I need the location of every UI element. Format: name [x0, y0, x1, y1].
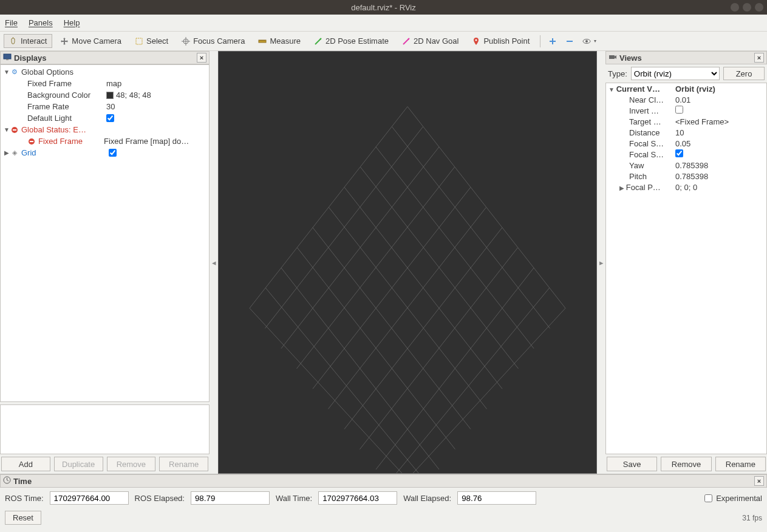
- views-save-button[interactable]: Save: [607, 457, 657, 471]
- plus-icon: [548, 37, 557, 46]
- fps-display: 31 fps: [742, 514, 762, 522]
- svg-line-46: [376, 268, 534, 469]
- svg-rect-48: [609, 55, 615, 59]
- 3d-viewport[interactable]: [218, 51, 597, 474]
- zero-button[interactable]: Zero: [723, 67, 765, 80]
- displays-title: Displays: [14, 53, 46, 63]
- menu-help[interactable]: Help: [64, 18, 80, 27]
- svg-line-41: [296, 167, 454, 369]
- window-title: default.rviz* - RViz: [351, 3, 415, 12]
- rename-button[interactable]: Rename: [159, 457, 208, 471]
- grid-visible-checkbox[interactable]: [109, 149, 117, 157]
- tool-publish-point[interactable]: Publish Point: [466, 34, 535, 48]
- wall-elapsed-field[interactable]: [457, 491, 536, 505]
- clock-icon: [3, 476, 11, 486]
- tool-measure[interactable]: Measure: [253, 34, 306, 48]
- grid-render: [219, 52, 596, 473]
- svg-rect-21: [6, 59, 9, 60]
- experimental-checkbox[interactable]: [704, 494, 712, 502]
- svg-line-31: [376, 147, 534, 349]
- time-panel: Time × ROS Time: ROS Elapsed: Wall Time:…: [0, 474, 767, 530]
- displays-close-button[interactable]: ×: [197, 53, 206, 63]
- splitter-left[interactable]: ◂: [210, 51, 218, 474]
- displays-tree[interactable]: ▼⚙Global Options Fixed Framemap Backgrou…: [0, 64, 210, 402]
- close-icon[interactable]: [755, 3, 763, 12]
- ros-time-field[interactable]: [50, 491, 129, 505]
- tool-move-camera[interactable]: Move Camera: [55, 34, 127, 48]
- arrow-pink-icon: [402, 37, 411, 46]
- maximize-icon[interactable]: [743, 3, 751, 12]
- views-rename-button[interactable]: Rename: [715, 457, 766, 471]
- svg-line-32: [361, 167, 519, 369]
- ros-elapsed-field[interactable]: [191, 491, 270, 505]
- svg-line-35: [313, 228, 471, 429]
- views-close-button[interactable]: ×: [754, 53, 764, 63]
- menu-panels[interactable]: Panels: [29, 18, 53, 27]
- tool-view-menu[interactable]: ▾: [579, 35, 599, 48]
- tool-2d-nav-goal[interactable]: 2D Nav Goal: [397, 34, 464, 48]
- tool-remove-display[interactable]: [562, 35, 577, 48]
- svg-rect-25: [30, 141, 33, 142]
- ros-time-label: ROS Time:: [5, 494, 44, 503]
- svg-line-27: [407, 107, 565, 309]
- svg-line-26: [250, 107, 407, 309]
- svg-point-14: [476, 39, 477, 41]
- svg-line-40: [281, 147, 439, 349]
- ros-elapsed-label: ROS Elapsed:: [135, 494, 185, 503]
- reset-button[interactable]: Reset: [5, 511, 41, 525]
- svg-line-42: [313, 187, 471, 389]
- minus-icon: [565, 37, 574, 46]
- eye-icon: [582, 37, 591, 46]
- wall-time-field[interactable]: [318, 491, 397, 505]
- remove-button[interactable]: Remove: [107, 457, 156, 471]
- svg-rect-20: [4, 54, 11, 59]
- svg-rect-23: [13, 129, 16, 131]
- tool-2d-pose-estimate[interactable]: 2D Pose Estimate: [309, 34, 394, 48]
- move-icon: [60, 37, 69, 46]
- default-light-checkbox[interactable]: [106, 114, 114, 122]
- view-type-select[interactable]: Orbit (rviz): [631, 67, 720, 80]
- window-titlebar: default.rviz* - RViz: [0, 0, 767, 15]
- pin-icon: [472, 37, 480, 46]
- views-tree[interactable]: ▼ Current V…Orbit (rviz) Near Cl…0.01 In…: [605, 83, 767, 454]
- time-title: Time: [13, 477, 32, 486]
- svg-line-43: [328, 207, 486, 409]
- error-icon: [27, 137, 36, 146]
- svg-line-52: [7, 480, 9, 482]
- tool-select[interactable]: Select: [129, 34, 174, 48]
- duplicate-button[interactable]: Duplicate: [54, 457, 103, 471]
- gear-icon: ⚙: [10, 68, 19, 77]
- svg-line-47: [391, 288, 549, 473]
- ruler-icon: [258, 37, 267, 46]
- svg-marker-49: [615, 55, 616, 59]
- arrow-green-icon: [314, 37, 322, 46]
- minimize-icon[interactable]: [731, 3, 739, 12]
- svg-line-37: [281, 268, 439, 469]
- svg-line-33: [344, 187, 502, 389]
- time-close-button[interactable]: ×: [754, 476, 764, 486]
- add-button[interactable]: Add: [1, 457, 50, 471]
- toolbar: Interact Move Camera Select Focus Camera…: [0, 32, 767, 51]
- focal-fixed-checkbox[interactable]: [675, 149, 683, 157]
- experimental-label: Experimental: [716, 494, 762, 503]
- svg-point-19: [585, 40, 588, 43]
- tool-focus-camera[interactable]: Focus Camera: [176, 34, 250, 48]
- svg-line-29: [407, 308, 565, 473]
- eye-icon: ◈: [10, 149, 19, 157]
- menu-file[interactable]: File: [5, 18, 18, 27]
- select-icon: [135, 37, 143, 46]
- wall-elapsed-label: Wall Elapsed:: [403, 494, 451, 503]
- views-remove-button[interactable]: Remove: [661, 457, 711, 471]
- invert-z-checkbox[interactable]: [675, 106, 683, 114]
- views-title: Views: [619, 53, 642, 63]
- svg-line-36: [297, 248, 455, 449]
- svg-rect-0: [136, 38, 142, 44]
- hand-icon: [9, 37, 18, 46]
- menu-bar: File Panels Help: [0, 15, 767, 32]
- svg-line-45: [360, 248, 517, 449]
- tool-interact[interactable]: Interact: [4, 34, 52, 48]
- splitter-right[interactable]: ▸: [597, 51, 605, 474]
- tool-add-display[interactable]: [545, 35, 560, 48]
- color-swatch[interactable]: [106, 92, 114, 99]
- monitor-icon: [3, 53, 12, 63]
